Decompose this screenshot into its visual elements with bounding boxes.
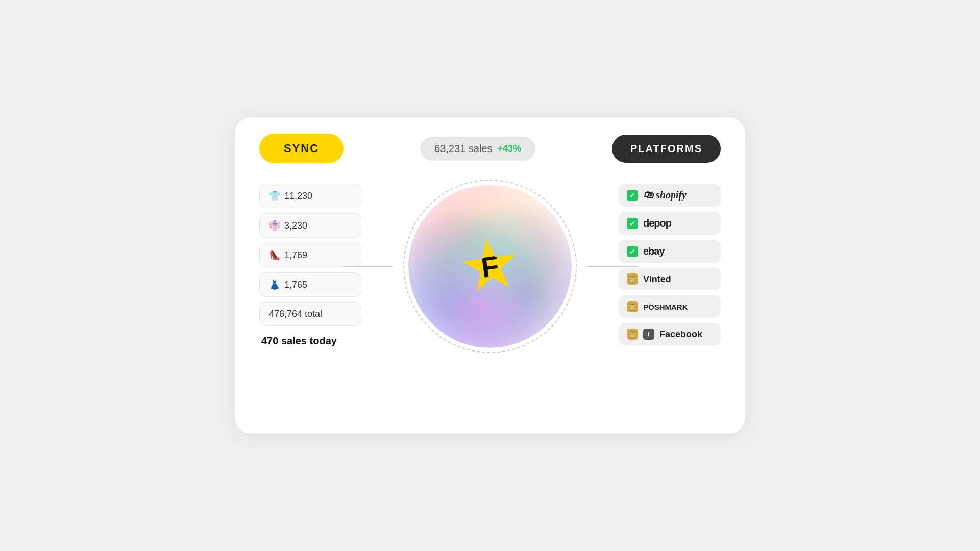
dress-count: 1,765	[284, 280, 307, 290]
casual-count: 3,230	[284, 220, 307, 231]
shirts-emoji: 👕	[269, 190, 280, 202]
vinted-pending-icon: ⏳	[627, 273, 638, 285]
heels-count: 1,769	[284, 250, 307, 261]
connector-left	[342, 266, 393, 267]
facebook-label: Facebook	[659, 329, 702, 340]
sales-count: 63,231 sales	[434, 143, 492, 155]
sync-button[interactable]: SYNC	[259, 134, 344, 163]
facebook-pending-icon: ⏳	[627, 329, 638, 340]
platform-vinted[interactable]: ⏳ Vinted	[619, 268, 721, 290]
dress-emoji: 👗	[269, 279, 280, 290]
connector-right	[587, 266, 638, 267]
shopify-check-icon: ✓	[627, 190, 638, 201]
shopify-logo: 🛍 shopify	[643, 189, 687, 201]
platform-ebay[interactable]: ✓ ebay	[619, 240, 721, 263]
stat-shirts: 👕 11,230	[259, 184, 361, 208]
sales-badge: 63,231 sales +43%	[420, 137, 535, 161]
depop-check-icon: ✓	[627, 218, 638, 229]
center-panel: F	[393, 169, 587, 363]
platforms-button[interactable]: PLATFORMS	[612, 135, 721, 163]
poshmark-logo: POSHMARK	[643, 303, 688, 311]
depop-logo: depop	[643, 217, 671, 229]
platform-depop[interactable]: ✓ depop	[619, 212, 721, 235]
stat-heels: 👠 1,769	[259, 243, 361, 267]
main-card: SYNC 63,231 sales +43% PLATFORMS 👕 11,23…	[235, 117, 745, 434]
ebay-logo: ebay	[643, 245, 665, 257]
top-bar: SYNC 63,231 sales +43% PLATFORMS	[259, 134, 721, 163]
sales-growth: +43%	[498, 143, 522, 154]
total-count: 476,764 total	[269, 309, 322, 319]
platform-poshmark[interactable]: ⏳ POSHMARK	[619, 295, 721, 318]
right-panel: ✓ 🛍 shopify ✓ depop ✓ ebay ⏳ Vinted ⏳ PO…	[619, 180, 721, 345]
heels-emoji: 👠	[269, 249, 280, 261]
casual-emoji: 👘	[269, 220, 280, 231]
stat-casual: 👘 3,230	[259, 213, 361, 238]
left-panel: 👕 11,230 👘 3,230 👠 1,769 👗 1,765 476,764…	[259, 180, 361, 347]
vinted-logo: Vinted	[643, 274, 671, 285]
content-area: 👕 11,230 👘 3,230 👠 1,769 👗 1,765 476,764…	[259, 180, 721, 417]
platform-shopify[interactable]: ✓ 🛍 shopify	[619, 184, 721, 207]
platform-facebook[interactable]: ⏳ f Facebook	[619, 323, 721, 345]
poshmark-pending-icon: ⏳	[627, 301, 638, 312]
stat-dress: 👗 1,765	[259, 272, 361, 297]
stat-total: 476,764 total	[259, 302, 361, 326]
shirts-count: 11,230	[284, 191, 312, 202]
sales-today: 470 sales today	[259, 335, 361, 347]
ebay-check-icon: ✓	[627, 246, 638, 257]
facebook-icon: f	[643, 329, 654, 340]
